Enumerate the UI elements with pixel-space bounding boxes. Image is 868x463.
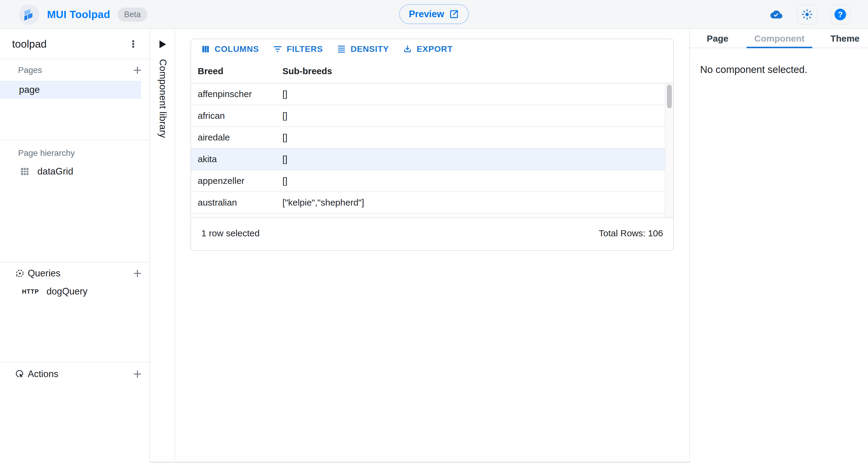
theme-toggle-button[interactable] [797,4,817,25]
no-component-message: No component selected. [700,64,868,75]
plus-icon [133,369,142,379]
cell-sub-breeds: [] [282,89,665,99]
datagrid-footer: 1 row selected Total Rows: 106 [191,217,673,249]
cell-sub-breeds: [] [282,176,665,186]
add-action-button[interactable] [132,369,143,379]
sync-status-cloud-icon [769,8,784,21]
queries-icon [15,269,25,278]
project-name: toolpad [12,38,47,50]
sidebar-item-dogquery[interactable]: HTTP dogQuery [0,284,141,299]
app-title: MUI Toolpad [47,8,110,21]
download-icon [403,44,412,54]
component-library-label: Component library [157,59,168,138]
mui-logo-icon [19,4,39,25]
cell-breed: appenzeller [191,176,282,186]
cell-sub-breeds: [] [282,132,665,143]
sidebar-item-datagrid[interactable]: dataGrid [0,163,141,180]
component-library-strip[interactable]: Component library [151,30,175,463]
cell-breed: affenpinscher [191,89,282,99]
total-rows-count: Total Rows: 106 [599,228,663,239]
column-header-breed[interactable]: Breed [191,66,282,76]
columns-button[interactable]: COLUMNS [196,42,264,56]
sidebar-divider [0,362,150,363]
export-button[interactable]: EXPORT [398,42,458,56]
main-area: toolpad Pages page Page hierarchy [0,30,868,463]
queries-section-label: Queries [28,268,61,279]
scrollbar-thumb[interactable] [667,85,672,108]
help-button[interactable]: ? [830,4,850,25]
filter-list-icon [273,44,282,54]
datagrid-item-label: dataGrid [37,166,73,177]
datagrid-toolbar: COLUMNS FILTERS DENSITY [191,39,673,59]
cell-sub-breeds: [] [282,154,665,164]
chevron-right-icon[interactable] [159,40,166,48]
cell-breed: airedale [191,132,282,143]
density-button-label: DENSITY [350,44,389,54]
beta-badge: Beta [118,7,148,22]
tab-theme[interactable]: Theme [823,30,867,48]
http-badge: HTTP [22,288,39,295]
selection-status: 1 row selected [201,228,259,239]
column-header-sub-breeds[interactable]: Sub-breeds [282,66,673,76]
cell-sub-breeds: [] [282,111,665,121]
table-row-partial [191,214,665,217]
cell-sub-breeds: ["kelpie","shepherd"] [282,197,665,208]
tab-theme-label: Theme [830,33,860,44]
pages-section-header: Pages [0,63,150,78]
sidebar-item-page[interactable]: page [0,81,141,99]
vertical-scrollbar[interactable] [665,84,673,217]
header-brand: MUI Toolpad Beta [19,0,147,29]
kebab-icon [128,39,138,49]
inspector-tabs: Page Component Theme [690,30,868,48]
filters-button[interactable]: FILTERS [268,42,328,56]
tab-component-label: Component [754,33,805,44]
table-row[interactable]: australian ["kelpie","shepherd"] [191,192,665,214]
hierarchy-section-header: Page hierarchy [0,147,150,159]
columns-button-label: COLUMNS [215,44,259,54]
queries-section-header: Queries [0,266,150,281]
app-header: MUI Toolpad Beta Preview [0,0,868,29]
actions-section-label: Actions [28,369,59,379]
filters-button-label: FILTERS [287,44,323,54]
pages-section-label: Pages [18,65,42,75]
dogquery-item-label: dogQuery [46,286,87,297]
header-actions: ? [769,0,850,29]
hierarchy-section-label: Page hierarchy [18,148,75,158]
help-icon: ? [834,8,847,21]
add-page-button[interactable] [132,65,143,76]
table-row[interactable]: appenzeller [] [191,170,665,192]
tab-page[interactable]: Page [699,30,736,48]
datagrid-rows: affenpinscher [] african [] airedale [] [191,84,665,217]
datagrid-rows-viewport: affenpinscher [] african [] airedale [] [191,84,673,217]
actions-section-header: Actions [0,367,150,381]
external-link-icon [449,9,459,19]
datagrid-column-headers[interactable]: Breed Sub-breeds [191,59,673,84]
page-canvas: COLUMNS FILTERS DENSITY [176,30,689,463]
project-row: toolpad [0,30,150,59]
page-item-label: page [19,84,40,95]
actions-click-icon [15,369,25,379]
table-row[interactable]: affenpinscher [] [191,84,665,105]
inspector-panel: Page Component Theme No component select… [689,30,868,463]
project-menu-button[interactable] [126,37,141,51]
cell-breed: australian [191,197,282,208]
density-button[interactable]: DENSITY [332,42,394,56]
table-row-selected[interactable]: akita [] [191,149,665,170]
svg-text:?: ? [838,10,843,19]
preview-button[interactable]: Preview [399,4,469,24]
sidebar-divider [0,140,150,140]
table-row[interactable]: african [] [191,105,665,127]
explorer-sidebar: toolpad Pages page Page hierarchy [0,30,150,463]
cell-breed: akita [191,154,282,164]
canvas-bottom-edge [151,462,689,463]
columns-icon [201,44,210,54]
table-row[interactable]: airedale [] [191,127,665,149]
tab-component[interactable]: Component [747,30,812,48]
datagrid-component[interactable]: COLUMNS FILTERS DENSITY [190,38,674,251]
tab-page-label: Page [707,33,728,44]
export-button-label: EXPORT [416,44,453,54]
sidebar-divider [0,262,150,263]
add-query-button[interactable] [132,268,143,279]
toolpad-app: MUI Toolpad Beta Preview [0,0,868,463]
density-icon [337,44,346,54]
